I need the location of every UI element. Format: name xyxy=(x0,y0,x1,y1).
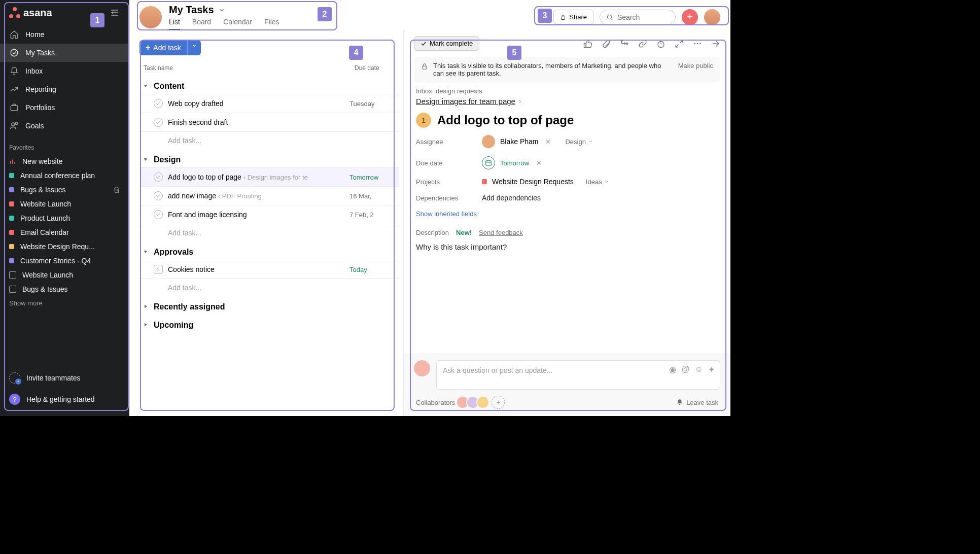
section-header[interactable]: Upcoming xyxy=(139,315,399,333)
global-add-button[interactable]: + xyxy=(682,9,698,25)
nav-home[interactable]: Home xyxy=(0,25,129,44)
task-count-badge: 1 xyxy=(416,113,431,128)
sidebar-favorite[interactable]: Product Launch xyxy=(0,211,129,225)
project-color-icon xyxy=(9,258,14,263)
mark-complete-button[interactable]: Mark complete xyxy=(414,36,479,51)
nav-portfolios[interactable]: Portfolios xyxy=(0,98,129,117)
make-public-button[interactable]: Make public xyxy=(678,62,713,70)
collaborator-avatar[interactable] xyxy=(476,396,489,409)
like-icon[interactable] xyxy=(583,39,592,48)
approval-icon[interactable] xyxy=(154,265,163,274)
show-inherited-fields[interactable]: Show inherited fields xyxy=(404,206,730,222)
invite-teammates[interactable]: Invite teammates xyxy=(0,367,129,389)
subtask-icon[interactable] xyxy=(620,39,629,48)
svg-point-6 xyxy=(15,122,18,125)
owner-avatar[interactable] xyxy=(139,6,162,28)
section-header[interactable]: Content xyxy=(139,76,399,94)
task-name: Add logo to top of page ‹ Design images … xyxy=(168,173,344,181)
sidebar-collapse-button[interactable] xyxy=(108,6,121,19)
expand-icon[interactable] xyxy=(675,39,684,48)
add-collaborator-button[interactable]: + xyxy=(492,396,505,409)
project-name[interactable]: Website Design Requests xyxy=(492,178,574,186)
assignee-avatar[interactable] xyxy=(482,135,495,148)
svg-point-28 xyxy=(697,43,698,44)
sidebar-favorite[interactable]: New website xyxy=(0,154,129,168)
task-description[interactable]: Why is this task important? xyxy=(404,238,730,260)
attachment-icon[interactable] xyxy=(602,39,611,48)
caret-icon xyxy=(143,249,150,256)
project-section-chip[interactable]: Ideas xyxy=(586,178,609,186)
nav-reporting[interactable]: Reporting xyxy=(0,80,129,98)
task-row[interactable]: Web copy draftedTuesday xyxy=(139,94,399,113)
nav-inbox[interactable]: Inbox xyxy=(0,62,129,80)
task-row[interactable]: Cookies noticeToday xyxy=(139,260,399,279)
assignee-section-chip[interactable]: Design xyxy=(565,138,592,146)
sidebar-favorite[interactable]: Email Calendar xyxy=(0,225,129,239)
task-row[interactable]: add new image ‹ PDF Proofing16 Mar, xyxy=(139,186,399,205)
record-icon[interactable]: ◉ xyxy=(669,365,676,374)
share-button[interactable]: Share xyxy=(553,10,593,24)
tab-list[interactable]: List xyxy=(169,18,180,30)
more-icon[interactable] xyxy=(693,39,702,48)
chevron-right-icon xyxy=(517,99,522,104)
section-header[interactable]: Recently assigned xyxy=(139,296,399,315)
asana-logo-icon xyxy=(9,7,20,18)
mention-icon[interactable]: @ xyxy=(681,365,689,374)
sidebar-favorite[interactable]: Website Design Requ... xyxy=(0,239,129,254)
complete-checkbox[interactable] xyxy=(154,99,163,108)
parent-task-link[interactable]: Design images for team page xyxy=(416,97,522,106)
star-icon[interactable]: ✦ xyxy=(708,365,715,374)
add-task-button[interactable]: + Add task xyxy=(139,40,187,55)
due-date-value[interactable]: Tomorrow xyxy=(500,159,529,167)
add-task-inline[interactable]: Add task... xyxy=(139,131,399,149)
timer-icon[interactable] xyxy=(656,39,666,48)
task-row[interactable]: Add logo to top of page ‹ Design images … xyxy=(139,167,399,186)
leave-task-button[interactable]: Leave task xyxy=(676,399,718,406)
sidebar-favorite[interactable]: Website Launch xyxy=(0,197,129,211)
assignee-name[interactable]: Blake Pham xyxy=(500,137,538,146)
caret-icon xyxy=(143,156,150,163)
clear-due-button[interactable]: ✕ xyxy=(534,159,544,167)
send-feedback-link[interactable]: Send feedback xyxy=(479,229,523,236)
current-user-avatar[interactable] xyxy=(704,9,720,25)
svg-point-5 xyxy=(12,123,15,126)
sidebar-favorite[interactable]: Bugs & Issues xyxy=(0,183,129,197)
show-more-favorites[interactable]: Show more xyxy=(0,296,129,310)
add-task-inline[interactable]: Add task... xyxy=(139,224,399,241)
task-row[interactable]: Font and image licensing7 Feb, 2 xyxy=(139,205,399,224)
sidebar-favorite[interactable]: Annual conference plan xyxy=(0,168,129,183)
task-row[interactable]: Finish second draft xyxy=(139,113,399,131)
close-detail-icon[interactable] xyxy=(711,39,720,48)
tab-board[interactable]: Board xyxy=(192,18,211,30)
nav-mytasks[interactable]: My Tasks xyxy=(0,44,129,62)
tab-calendar[interactable]: Calendar xyxy=(223,18,252,30)
sidebar-favorite[interactable]: Bugs & Issues xyxy=(0,282,129,296)
complete-checkbox[interactable] xyxy=(154,191,163,200)
clear-assignee-button[interactable]: ✕ xyxy=(543,138,553,146)
complete-checkbox[interactable] xyxy=(154,118,163,127)
page-title[interactable]: My Tasks xyxy=(169,4,279,16)
search-input[interactable]: Search xyxy=(600,10,676,25)
new-badge: New! xyxy=(456,229,472,236)
help-getting-started[interactable]: ? Help & getting started xyxy=(0,389,129,410)
sidebar-favorite[interactable]: Website Launch xyxy=(0,268,129,282)
trash-icon[interactable] xyxy=(113,186,120,193)
lock-icon xyxy=(421,63,428,70)
add-dependencies-button[interactable]: Add dependencies xyxy=(482,194,541,202)
sidebar-favorite[interactable]: Customer Stories - Q4 xyxy=(0,254,129,268)
section-header[interactable]: Approvals xyxy=(139,241,399,260)
calendar-icon[interactable] xyxy=(482,156,495,169)
tab-files[interactable]: Files xyxy=(264,18,279,30)
complete-checkbox[interactable] xyxy=(154,172,163,182)
task-title[interactable]: Add logo to top of page xyxy=(437,113,574,127)
emoji-icon[interactable]: ☺ xyxy=(695,365,703,374)
section-name: Upcoming xyxy=(154,321,193,330)
brand-logo[interactable]: asana xyxy=(9,7,52,19)
complete-checkbox[interactable] xyxy=(154,210,163,219)
link-icon[interactable] xyxy=(638,39,647,48)
add-task-inline[interactable]: Add task... xyxy=(139,279,399,296)
comment-input[interactable]: Ask a question or post an update... ◉ @ … xyxy=(436,360,720,390)
section-header[interactable]: Design xyxy=(139,149,399,167)
nav-goals[interactable]: Goals xyxy=(0,117,129,135)
add-task-dropdown[interactable] xyxy=(187,40,201,55)
